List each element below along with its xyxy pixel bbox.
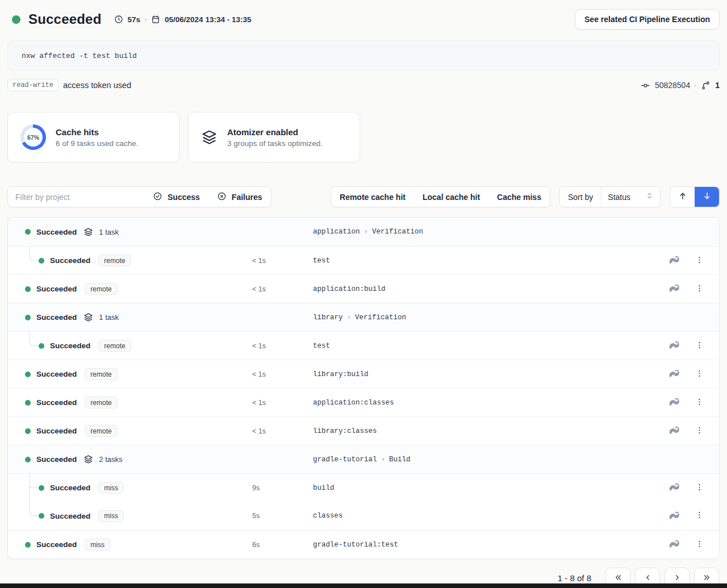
row-menu-button[interactable] <box>694 510 705 522</box>
clock-icon <box>114 15 123 24</box>
local-cache-hit-button[interactable]: Local cache hit <box>414 187 488 207</box>
task-row[interactable]: Succeededremote< 1slibrary:build <box>8 360 719 388</box>
cache-donut: 67% <box>20 124 46 150</box>
task-duration: < 1s <box>252 399 313 407</box>
status-dot <box>25 315 31 320</box>
row-actions <box>665 510 719 522</box>
cache-card-subtitle: 6 of 9 tasks used cache. <box>56 139 139 148</box>
status-label: Succeeded <box>36 313 77 322</box>
status-cell: Succeededremote <box>8 340 252 352</box>
row-menu-button[interactable] <box>694 255 705 267</box>
gradle-icon[interactable] <box>667 256 680 265</box>
task-row[interactable]: Succeededmiss6sgradle-tutorial:test <box>8 530 719 558</box>
gradle-icon[interactable] <box>667 540 680 549</box>
status-dot <box>39 513 44 519</box>
row-menu-button[interactable] <box>694 482 705 494</box>
task-duration: < 1s <box>252 370 313 378</box>
row-menu-button[interactable] <box>694 340 705 352</box>
sort-ascending-button[interactable] <box>670 187 695 207</box>
success-filter-label: Success <box>168 193 200 202</box>
task-group-row[interactable]: Succeeded2 tasksgradle-tutorial›Build <box>8 445 719 473</box>
task-row[interactable]: Succeededremote< 1sapplication:build <box>8 274 719 303</box>
row-menu-button[interactable] <box>694 368 705 381</box>
separator-dot <box>695 85 696 86</box>
kebab-icon <box>695 398 704 408</box>
task-row[interactable]: Succeededremote< 1stest <box>8 246 719 274</box>
failures-filter-button[interactable]: Failures <box>208 187 271 207</box>
task-duration: 6s <box>252 541 313 549</box>
status-label: Succeeded <box>36 540 77 549</box>
status-label: Succeeded <box>36 228 77 236</box>
gradle-icon[interactable] <box>667 398 680 407</box>
related-pipeline-button[interactable]: See related CI Pipeline Execution <box>575 9 720 30</box>
gradle-icon[interactable] <box>667 284 680 294</box>
status-cell: Succeededremote <box>8 283 252 295</box>
cache-status-badge: remote <box>98 255 131 266</box>
status-dot <box>39 343 44 349</box>
calendar-icon <box>151 15 160 24</box>
cache-miss-button[interactable]: Cache miss <box>488 187 550 207</box>
chevron-right-icon <box>672 573 682 584</box>
task-name: build <box>313 484 665 492</box>
kebab-icon <box>695 256 704 266</box>
task-count: 2 tasks <box>99 455 122 464</box>
task-name: classes <box>313 512 665 520</box>
task-count: 1 task <box>99 313 119 322</box>
gradle-icon[interactable] <box>667 369 680 379</box>
run-status-title: Succeeded <box>28 11 102 27</box>
task-row[interactable]: Succeededremote< 1slibrary:classes <box>8 416 719 445</box>
atomizer-card[interactable]: Atomizer enabled 3 groups of tasks optim… <box>188 112 360 162</box>
status-label: Succeeded <box>36 427 77 435</box>
atomizer-card-title: Atomizer enabled <box>227 127 323 137</box>
status-cell: Succeededmiss <box>8 482 252 494</box>
gradle-icon[interactable] <box>667 341 680 351</box>
task-row[interactable]: Succeededmiss5sclasses <box>8 502 719 530</box>
breadcrumb-target: Verification <box>355 314 406 322</box>
row-menu-button[interactable] <box>694 425 705 437</box>
status-label: Succeeded <box>50 256 90 265</box>
row-menu-button[interactable] <box>694 397 705 409</box>
token-row: read-write access token used 50828504 1 <box>7 79 720 91</box>
project-filter-input[interactable] <box>8 187 144 207</box>
sort-select[interactable]: Status <box>601 187 660 207</box>
atomizer-card-subtitle: 3 groups of tasks optimized. <box>227 139 323 148</box>
run-duration: 57s <box>128 15 141 24</box>
task-name: test <box>313 342 665 350</box>
status-cell: Succeededremote <box>8 425 252 437</box>
page-range: 1 - 8 of 8 <box>558 573 591 583</box>
task-row[interactable]: Succeededmiss9sbuild <box>8 473 719 502</box>
breadcrumb-separator: › <box>377 456 390 464</box>
access-token-label: access token used <box>63 81 131 90</box>
gradle-icon[interactable] <box>667 426 680 436</box>
row-actions <box>665 425 719 437</box>
sort-descending-button[interactable] <box>695 187 719 207</box>
status-dot <box>25 400 31 406</box>
breadcrumb-target: Build <box>389 456 411 464</box>
status-cell: Succeeded1 task <box>8 227 252 237</box>
commit-id[interactable]: 50828504 <box>655 81 690 90</box>
task-group-row[interactable]: Succeeded1 tasklibrary›Verification <box>8 303 719 331</box>
status-label: Succeeded <box>36 455 77 464</box>
branch-count[interactable]: 1 <box>715 81 720 90</box>
task-name: gradle-tutorial:test <box>313 541 665 549</box>
task-name: test <box>313 257 665 265</box>
remote-cache-hit-button[interactable]: Remote cache hit <box>331 187 414 207</box>
separator-dot <box>145 19 147 20</box>
row-menu-button[interactable] <box>694 283 705 295</box>
gradle-icon[interactable] <box>667 483 680 493</box>
sort-group: Sort by Status <box>559 186 661 207</box>
row-menu-button[interactable] <box>694 539 705 551</box>
status-label: Succeeded <box>36 398 77 407</box>
task-row[interactable]: Succeededremote< 1sapplication:classes <box>8 388 719 416</box>
task-group-row[interactable]: Succeeded1 taskapplication›Verification <box>8 218 719 246</box>
task-row[interactable]: Succeededremote< 1stest <box>8 331 719 360</box>
circle-x-icon <box>217 191 227 203</box>
status-label: Succeeded <box>36 370 77 378</box>
cache-hits-card[interactable]: 67% Cache hits 6 of 9 tasks used cache. <box>7 112 179 162</box>
task-count: 1 task <box>99 228 119 236</box>
breadcrumb-project: gradle-tutorial <box>313 456 377 464</box>
row-actions <box>665 340 719 352</box>
status-dot <box>25 286 31 292</box>
success-filter-button[interactable]: Success <box>144 187 208 207</box>
gradle-icon[interactable] <box>667 511 680 521</box>
